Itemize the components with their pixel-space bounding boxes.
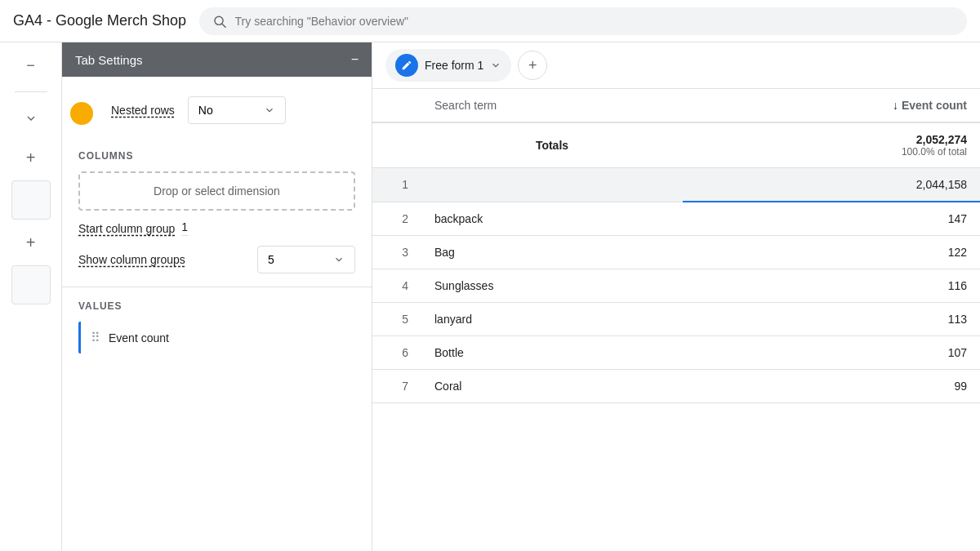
search-term-cell: Bottle xyxy=(421,336,683,370)
search-term-cell xyxy=(421,168,683,202)
col-row-num-header xyxy=(372,89,421,122)
chevron-down-icon xyxy=(24,112,38,125)
search-bar[interactable] xyxy=(199,7,967,35)
add-tab-button[interactable]: + xyxy=(518,51,547,80)
start-column-group-row: Start column group 1 xyxy=(78,220,355,236)
pencil-icon xyxy=(401,60,412,71)
tab-bar: Free form 1 + xyxy=(372,42,980,89)
show-column-groups-row: Show column groups 5 xyxy=(78,246,355,273)
panel-title: Tab Settings xyxy=(75,53,143,67)
dropdown-arrow-icon-2 xyxy=(333,254,345,265)
row-number: 2 xyxy=(372,202,421,236)
sidebar-box-1 xyxy=(11,180,51,220)
table-row: 3Bag122 xyxy=(372,236,980,269)
show-column-groups-label: Show column groups xyxy=(78,253,244,266)
row-number: 6 xyxy=(372,336,421,370)
search-term-cell: backpack xyxy=(421,202,683,236)
totals-row: Totals 2,052,274 100.0% of total xyxy=(372,122,980,168)
nested-rows-section: Nested rows No xyxy=(62,77,372,137)
search-icon xyxy=(212,14,226,29)
search-term-cell: Sunglasses xyxy=(421,269,683,303)
tab-edit-icon xyxy=(395,54,418,77)
values-section: VALUES ⠿ Event count xyxy=(62,287,372,367)
app-title: GA4 - Google Merch Shop xyxy=(13,12,186,29)
search-term-cell: Bag xyxy=(421,236,683,269)
row-number: 5 xyxy=(372,303,421,336)
data-area: Free form 1 + Search term ↓Event count xyxy=(372,42,980,551)
top-bar: GA4 - Google Merch Shop xyxy=(0,0,980,42)
event-count-item: ⠿ Event count xyxy=(78,322,355,353)
start-column-group-value[interactable]: 1 xyxy=(181,220,188,236)
table-row: 4Sunglasses116 xyxy=(372,269,980,303)
values-section-title: VALUES xyxy=(78,300,355,312)
search-term-cell: Coral xyxy=(421,370,683,403)
free-form-tab[interactable]: Free form 1 xyxy=(385,49,511,82)
table-row: 6Bottle107 xyxy=(372,336,980,370)
left-sidebar: − + + xyxy=(0,42,62,551)
columns-section-title: COLUMNS xyxy=(78,150,355,162)
event-count-cell: 113 xyxy=(683,303,980,336)
start-column-group-label: Start column group xyxy=(78,222,175,235)
dropdown-arrow-icon xyxy=(264,104,275,116)
show-column-groups-value: 5 xyxy=(268,253,327,266)
data-table: Search term ↓Event count Totals 2,052,27… xyxy=(372,89,980,403)
show-column-groups-dropdown[interactable]: 5 xyxy=(257,246,355,273)
sidebar-add-button-2[interactable]: + xyxy=(15,226,47,259)
event-count-label: Event count xyxy=(109,331,169,344)
tab-chevron-icon xyxy=(490,60,501,71)
row-number: 7 xyxy=(372,370,421,403)
sidebar-box-2 xyxy=(11,265,51,304)
row-number: 1 xyxy=(372,168,421,202)
table-row: 12,044,158 xyxy=(372,168,980,202)
sidebar-minus-button[interactable]: − xyxy=(15,49,47,82)
event-count-cell: 2,044,158 xyxy=(683,168,980,202)
event-count-cell: 147 xyxy=(683,202,980,236)
search-term-cell: lanyard xyxy=(421,303,683,336)
nested-rows-value: No xyxy=(198,104,257,117)
event-count-cell: 122 xyxy=(683,236,980,269)
panel-header: Tab Settings − xyxy=(62,42,372,77)
table-row: 5lanyard113 xyxy=(372,303,980,336)
col-event-count-header[interactable]: ↓Event count xyxy=(683,89,980,122)
event-count-cell: 116 xyxy=(683,269,980,303)
totals-label-cell: Totals xyxy=(421,122,683,168)
totals-value-cell: 2,052,274 100.0% of total xyxy=(683,122,980,168)
nested-rows-label: Nested rows xyxy=(111,104,175,117)
event-count-cell: 107 xyxy=(683,336,980,370)
event-count-cell: 99 xyxy=(683,370,980,403)
main-content: − + + Tab Settings − Nested rows No xyxy=(0,42,980,551)
table-header-row: Search term ↓Event count xyxy=(372,89,980,122)
drag-handle-icon[interactable]: ⠿ xyxy=(91,330,100,345)
table-row: 7Coral99 xyxy=(372,370,980,403)
row-number: 4 xyxy=(372,269,421,303)
sidebar-add-button-1[interactable]: + xyxy=(15,141,47,174)
row-number: 3 xyxy=(372,236,421,269)
sidebar-chevron-down-button[interactable] xyxy=(15,102,47,135)
svg-line-1 xyxy=(222,24,225,27)
totals-subtext: 100.0% of total xyxy=(696,146,967,158)
totals-empty-cell xyxy=(372,122,421,168)
col-search-term-header[interactable]: Search term xyxy=(421,89,683,122)
tab-name: Free form 1 xyxy=(425,59,483,72)
tab-settings-panel: Tab Settings − Nested rows No COLUMNS Dr… xyxy=(62,42,372,551)
search-input[interactable] xyxy=(235,15,954,28)
table-wrapper[interactable]: Search term ↓Event count Totals 2,052,27… xyxy=(372,89,980,551)
table-row: 2backpack147 xyxy=(372,202,980,236)
drop-zone[interactable]: Drop or select dimension xyxy=(78,171,355,211)
sort-arrow-icon: ↓ xyxy=(893,99,898,112)
panel-close-icon[interactable]: − xyxy=(351,52,359,67)
columns-section: COLUMNS Drop or select dimension Start c… xyxy=(62,137,372,287)
nested-rows-dropdown[interactable]: No xyxy=(188,96,286,124)
orange-dot-indicator xyxy=(70,102,93,125)
sidebar-divider xyxy=(15,91,47,92)
